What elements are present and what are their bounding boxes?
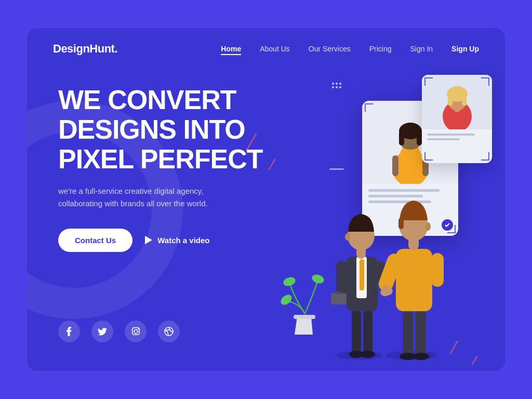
- svg-point-16: [311, 273, 325, 285]
- svg-point-39: [413, 353, 429, 360]
- nav-item-signin[interactable]: Sign In: [410, 44, 433, 54]
- facebook-icon[interactable]: [58, 321, 80, 342]
- nav-item-services[interactable]: Our Services: [309, 44, 351, 54]
- svg-rect-37: [416, 309, 426, 358]
- contact-us-button[interactable]: Contact Us: [58, 229, 132, 252]
- hero-title-line1: WE CONVERT: [58, 85, 236, 115]
- nav-item-about[interactable]: About Us: [260, 44, 290, 54]
- nav-link-about[interactable]: About Us: [260, 45, 290, 53]
- hero-title-line3: PIXEL PERFECT: [58, 144, 262, 174]
- hero-title-line2: DESIGNS INTO: [58, 114, 245, 144]
- nav-link-services[interactable]: Our Services: [309, 45, 351, 53]
- svg-point-15: [282, 275, 297, 287]
- svg-point-17: [279, 292, 294, 307]
- twitter-icon[interactable]: [91, 321, 113, 342]
- nav-link-signin[interactable]: Sign In: [410, 45, 433, 53]
- svg-rect-13: [448, 96, 453, 106]
- svg-rect-36: [403, 309, 413, 358]
- play-icon: [145, 236, 152, 244]
- svg-rect-46: [398, 218, 404, 229]
- main-card: DesignHunt. Home About Us Our Services P…: [27, 28, 505, 371]
- nav-link-pricing[interactable]: Pricing: [369, 45, 392, 53]
- nav-item-home[interactable]: Home: [221, 44, 241, 54]
- brand-dot: .: [114, 42, 117, 55]
- svg-rect-14: [462, 96, 467, 106]
- svg-rect-29: [336, 291, 341, 294]
- profile-card-small: [422, 75, 492, 163]
- nav-links: Home About Us Our Services Pricing Sign …: [221, 44, 479, 54]
- brand-name: DesignHunt: [53, 42, 114, 55]
- svg-rect-20: [352, 309, 361, 355]
- people-figures: [256, 153, 484, 361]
- menu-icon: [332, 83, 341, 88]
- nav-item-signup[interactable]: Sign Up: [451, 44, 479, 54]
- dribbble-icon[interactable]: [158, 321, 180, 342]
- svg-rect-18: [294, 315, 315, 319]
- nav-link-signup[interactable]: Sign Up: [451, 45, 479, 53]
- hero-illustration: [245, 59, 495, 361]
- nav-link-home[interactable]: Home: [221, 45, 241, 55]
- svg-point-34: [345, 233, 350, 241]
- svg-point-23: [361, 351, 375, 358]
- nav-item-pricing[interactable]: Pricing: [369, 44, 392, 54]
- svg-rect-5: [399, 131, 404, 145]
- svg-rect-40: [396, 249, 432, 311]
- svg-rect-21: [363, 309, 373, 355]
- hero-subtitle: we're a full-service creative digital ag…: [58, 185, 214, 210]
- social-icons-row: [58, 321, 180, 342]
- logo[interactable]: DesignHunt.: [53, 42, 117, 56]
- svg-rect-43: [431, 253, 444, 287]
- svg-rect-26: [360, 259, 364, 290]
- svg-point-47: [425, 222, 431, 231]
- watch-video-label: Watch a video: [157, 236, 209, 245]
- svg-rect-28: [331, 293, 347, 304]
- instagram-icon[interactable]: [125, 321, 147, 342]
- svg-rect-6: [417, 131, 422, 145]
- watch-video-button[interactable]: Watch a video: [145, 236, 209, 245]
